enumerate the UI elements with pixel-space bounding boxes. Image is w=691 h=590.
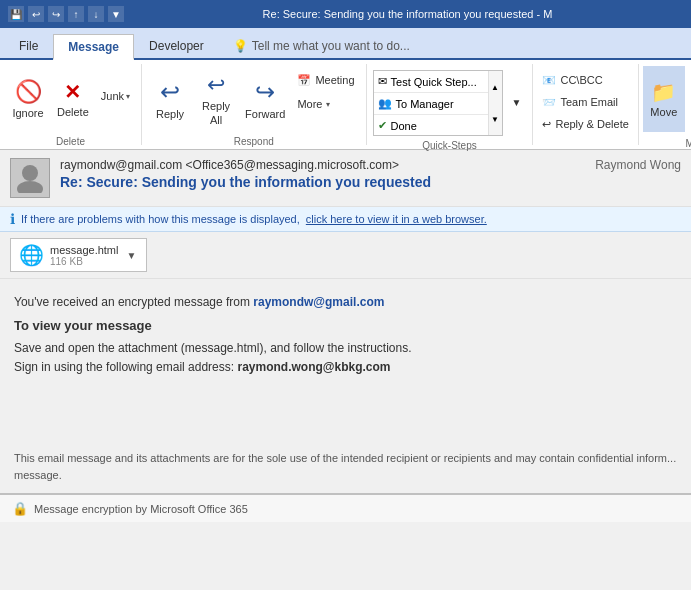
footer: 🔒 Message encryption by Microsoft Office… <box>0 493 691 522</box>
reply-delete-button[interactable]: ↩ Reply & Delete <box>537 114 633 134</box>
down-icon[interactable]: ↓ <box>88 6 104 22</box>
save-icon[interactable]: 💾 <box>8 6 24 22</box>
ribbon-group-quicksteps: ✉ Test Quick Step... 👥 To Manager ✔ Done… <box>367 64 534 145</box>
reply-all-label: Reply <box>202 100 230 112</box>
body-instruction1: Save and open the attachment (message.ht… <box>14 339 677 358</box>
sender-line: raymondw@gmail.com <Office365@messaging.… <box>60 158 681 172</box>
junk-button[interactable]: Junk ▾ <box>96 86 135 106</box>
attachment-info: message.html 116 KB <box>50 244 118 267</box>
reply-all-col: ↩ Reply All <box>194 66 238 132</box>
move-group-label: move <box>643 136 691 149</box>
qs-scroll-up[interactable]: ▲ <box>489 71 502 103</box>
qs-test-icon: ✉ <box>378 75 387 88</box>
qs-done-icon: ✔ <box>378 119 387 132</box>
move-button[interactable]: 📁 Move <box>643 66 685 132</box>
info-icon: ℹ <box>10 211 15 227</box>
ccbcc-group-label <box>537 141 633 143</box>
qs-scroll-down[interactable]: ▼ <box>489 103 502 135</box>
qs-manager-label: To Manager <box>396 98 454 110</box>
onenote-button[interactable]: 📓 OneN... <box>687 70 691 90</box>
attachment-name: message.html <box>50 244 118 256</box>
respond-small-col: 📅 Meeting More ▾ <box>292 70 359 114</box>
footer-text: Message encryption by Microsoft Office 3… <box>34 503 248 515</box>
body-line1-text: You've received an encrypted message fro… <box>14 295 250 309</box>
info-link[interactable]: click here to view it in a web browser. <box>306 213 487 225</box>
ignore-label: Ignore <box>12 107 43 119</box>
reply-all-icon: ↩ <box>207 72 225 98</box>
qs-item-done[interactable]: ✔ Done <box>374 115 502 136</box>
svg-point-1 <box>17 181 43 193</box>
body-email-bold: raymond.wong@kbkg.com <box>237 360 390 374</box>
qs-scrollbar: ▲ ▼ <box>488 71 502 135</box>
ribbon-group-delete: 🚫 Ignore ✕ Delete Junk ▾ Delete <box>0 64 142 145</box>
window-title: Re: Secure: Sending you the information … <box>132 8 683 20</box>
delete-icon: ✕ <box>64 80 81 104</box>
qs-done-label: Done <box>391 120 417 132</box>
move-icon: 📁 <box>651 80 676 104</box>
more-icon[interactable]: ▼ <box>108 6 124 22</box>
avatar <box>10 158 50 198</box>
meeting-button[interactable]: 📅 Meeting <box>292 70 359 90</box>
tell-me-text[interactable]: Tell me what you want to do... <box>252 39 410 53</box>
actions-button[interactable]: ⚡ Actio... <box>687 114 691 134</box>
qs-test-label: Test Quick Step... <box>391 76 477 88</box>
lightbulb-icon: 💡 <box>233 39 248 53</box>
cc-bcc-icon: 📧 <box>542 74 556 87</box>
reply-icon: ↩ <box>160 78 180 106</box>
forward-button[interactable]: ↪ Forward <box>240 66 290 132</box>
cc-bcc-button[interactable]: 📧 CC\BCC <box>537 70 607 90</box>
qs-manager-icon: 👥 <box>378 97 392 110</box>
info-text-before: If there are problems with how this mess… <box>21 213 300 225</box>
more-button[interactable]: More ▾ <box>292 94 359 114</box>
ribbon-group-respond: ↩ Reply ↩ Reply All ↪ Forward 📅 Meeting <box>142 64 366 145</box>
email-body: You've received an encrypted message fro… <box>0 279 691 439</box>
quicksteps-content: ✉ Test Quick Step... 👥 To Manager ✔ Done… <box>373 70 527 136</box>
attachment-dropdown-icon[interactable]: ▼ <box>124 250 138 261</box>
junk-col: Junk ▾ <box>96 86 135 106</box>
team-email-button[interactable]: 📨 Team Email <box>537 92 622 112</box>
body-instruction2: Sign in using the following email addres… <box>14 358 677 377</box>
disclaimer-text: This email message and its attachments a… <box>14 450 677 483</box>
sender-email: raymondw@gmail.com <Office365@messaging.… <box>60 158 399 172</box>
delete-group-label: Delete <box>6 134 135 147</box>
tell-me-bar[interactable]: 💡 Tell me what you want to do... <box>225 34 418 58</box>
email-pane: raymondw@gmail.com <Office365@messaging.… <box>0 150 691 522</box>
attachment-icon: 🌐 <box>19 243 44 267</box>
meeting-label: Meeting <box>315 74 354 86</box>
lock-icon: 🔒 <box>12 501 28 516</box>
reply-label: Reply <box>156 108 184 120</box>
undo-icon[interactable]: ↩ <box>28 6 44 22</box>
reply-button[interactable]: ↩ Reply <box>148 66 192 132</box>
attachment-area: 🌐 message.html 116 KB ▼ <box>0 232 691 279</box>
delete-button[interactable]: ✕ Delete <box>52 66 94 132</box>
ignore-icon: 🚫 <box>15 79 42 105</box>
qs-item-test[interactable]: ✉ Test Quick Step... <box>374 71 502 93</box>
tab-bar: File Message Developer 💡 Tell me what yo… <box>0 28 691 60</box>
rules-button[interactable]: 📋 Rule <box>687 92 691 112</box>
body-instruction2-text: Sign in using the following email addres… <box>14 360 234 374</box>
move-small-col: 📓 OneN... 📋 Rule ⚡ Actio... <box>687 70 691 134</box>
up-icon[interactable]: ↑ <box>68 6 84 22</box>
attachment-item[interactable]: 🌐 message.html 116 KB ▼ <box>10 238 147 272</box>
more-label: More <box>297 98 322 110</box>
svg-point-0 <box>22 165 38 181</box>
qs-item-manager[interactable]: 👥 To Manager <box>374 93 502 115</box>
tab-developer[interactable]: Developer <box>134 32 219 58</box>
meeting-icon: 📅 <box>297 74 311 87</box>
team-email-label: Team Email <box>560 96 617 108</box>
disclaimer: This email message and its attachments a… <box>0 439 691 493</box>
redo-icon[interactable]: ↪ <box>48 6 64 22</box>
tab-file[interactable]: File <box>4 32 53 58</box>
email-header: raymondw@gmail.com <Office365@messaging.… <box>0 150 691 207</box>
title-bar: 💾 ↩ ↪ ↑ ↓ ▼ Re: Secure: Sending you the … <box>0 0 691 28</box>
email-header-info: raymondw@gmail.com <Office365@messaging.… <box>60 158 681 190</box>
quicksteps-expand[interactable]: ▼ <box>507 92 527 112</box>
tab-message[interactable]: Message <box>53 34 134 60</box>
reply-all-button[interactable]: ↩ Reply All <box>194 66 238 132</box>
more-dropdown-icon: ▾ <box>326 100 330 109</box>
ignore-button[interactable]: 🚫 Ignore <box>6 66 50 132</box>
reply-all-label2: All <box>210 114 222 126</box>
move-label: Move <box>650 106 677 118</box>
delete-group-content: 🚫 Ignore ✕ Delete Junk ▾ <box>6 66 135 132</box>
forward-label: Forward <box>245 108 285 120</box>
